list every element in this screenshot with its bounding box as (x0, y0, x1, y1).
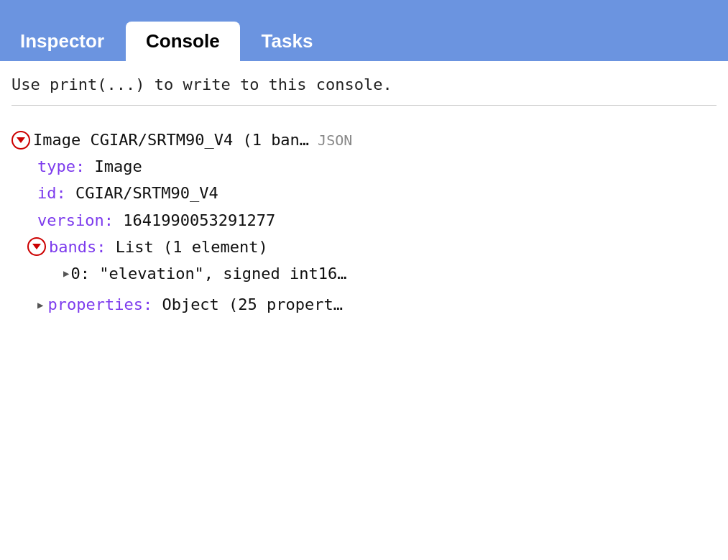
root-label: Image CGIAR/SRTM90_V4 (1 ban… (33, 127, 309, 152)
properties-triangle[interactable]: ▶ (37, 297, 43, 313)
type-value: Image (94, 154, 142, 179)
version-row: version: 1641990053291277 (11, 208, 717, 233)
tab-console[interactable]: Console (126, 22, 240, 61)
tab-tasks[interactable]: Tasks (241, 22, 333, 61)
console-content: Image CGIAR/SRTM90_V4 (1 ban… JSON type:… (11, 120, 717, 317)
tab-inspector[interactable]: Inspector (0, 22, 124, 61)
root-expand-icon[interactable] (11, 131, 30, 150)
type-key: type: (37, 154, 85, 179)
tab-bar: Inspector Console Tasks (0, 0, 728, 61)
properties-key: properties: (47, 292, 152, 317)
console-body: Use print(...) to write to this console.… (0, 61, 728, 333)
version-value: 1641990053291277 (123, 208, 275, 233)
json-link[interactable]: JSON (318, 129, 352, 152)
properties-value: Object (25 propert… (162, 292, 343, 317)
bands-row: bands: List (1 element) (1, 234, 717, 260)
id-key: id: (37, 180, 66, 206)
bands-key: bands: (49, 234, 106, 260)
bands-value: List (1 element) (116, 234, 268, 260)
hint-text: Use print(...) to write to this console. (11, 75, 717, 106)
root-row: Image CGIAR/SRTM90_V4 (1 ban… JSON (11, 127, 717, 152)
band-item-value: 0: "elevation", signed int16… (70, 261, 346, 286)
band-item-row: ▶ 0: "elevation", signed int16… (11, 261, 717, 286)
version-key: version: (37, 208, 114, 233)
properties-row: ▶ properties: Object (25 propert… (11, 292, 717, 317)
id-row: id: CGIAR/SRTM90_V4 (11, 180, 717, 206)
band-item-triangle[interactable]: ▶ (63, 265, 69, 281)
bands-expand-icon[interactable] (27, 237, 46, 256)
id-value: CGIAR/SRTM90_V4 (75, 180, 218, 206)
type-row: type: Image (11, 154, 717, 179)
